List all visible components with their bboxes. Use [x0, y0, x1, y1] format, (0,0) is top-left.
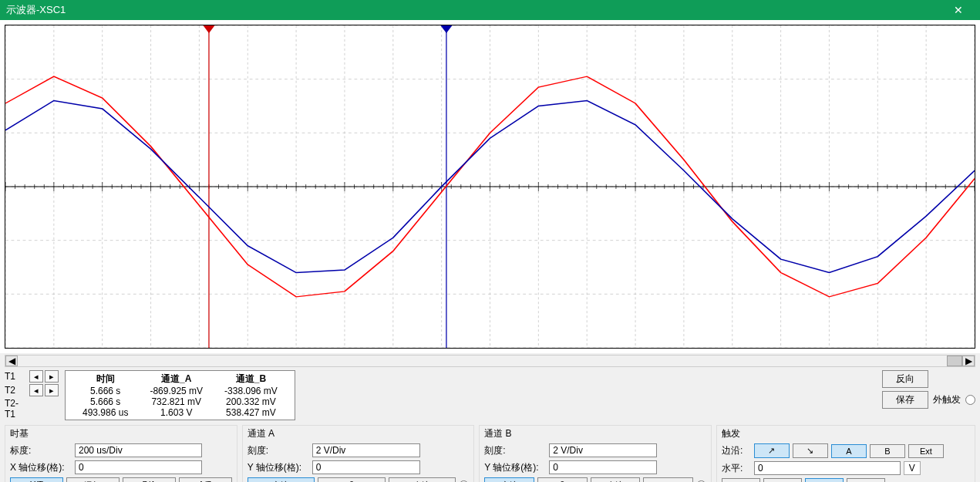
edge-a-button[interactable]: A: [831, 444, 867, 458]
timebase-title: 时基: [10, 427, 232, 440]
window-title: 示波器-XSC1: [6, 0, 66, 20]
level-label: 水平:: [722, 462, 751, 475]
plot-container: [0, 20, 980, 353]
header-cha: 通道_A: [139, 372, 214, 386]
edge-label: 边沿:: [722, 444, 751, 457]
cha-yoff-input[interactable]: [312, 460, 420, 474]
oscilloscope-display[interactable]: [5, 25, 975, 349]
chb-dc-button[interactable]: 直流: [591, 477, 641, 482]
timebase-xoff-label: X 轴位移(格):: [10, 461, 72, 474]
t1-cha: -869.925 mV: [139, 386, 214, 396]
cha-zero-button[interactable]: 0: [318, 477, 386, 482]
save-button[interactable]: 保存: [882, 391, 928, 409]
t2-time: 5.666 s: [72, 396, 139, 407]
mode-ab-button[interactable]: A/B: [179, 477, 232, 482]
edge-rise-button[interactable]: ↗: [754, 443, 790, 458]
cha-title: 通道 A: [248, 427, 470, 440]
t2-label: T2: [5, 385, 28, 396]
svg-marker-133: [440, 25, 452, 33]
control-panels: 时基 标度: X 轴位移(格): Y/T 添加 B/A A/B 通道 A 刻度:…: [0, 423, 980, 482]
chb-ac-button[interactable]: 交流: [484, 477, 534, 482]
t1-time: 5.666 s: [72, 386, 139, 396]
cha-dc-button[interactable]: 直流: [389, 477, 456, 482]
chb-scale-input[interactable]: [549, 443, 657, 457]
timebase-scale-label: 标度:: [10, 444, 72, 457]
dt-label: T2-T1: [5, 398, 28, 420]
cha-scale-label: 刻度:: [248, 444, 309, 457]
timebase-scale-input[interactable]: [75, 443, 202, 457]
scroll-track[interactable]: [18, 356, 962, 366]
side-buttons: 反向 保存 外触发: [882, 370, 975, 409]
trigger-panel: 触发 边沿: ↗ ↘ A B Ext 水平: V 单次 正常 自动 无: [716, 425, 975, 482]
svg-marker-131: [203, 25, 214, 33]
cha-scale-input[interactable]: [312, 443, 420, 457]
trigger-title: 触发: [722, 427, 970, 440]
ext-trigger-radio[interactable]: [965, 395, 975, 405]
t2-right-button[interactable]: ▸: [45, 384, 59, 396]
close-button[interactable]: ✕: [943, 0, 974, 20]
readout-table: 时间 通道_A 通道_B 5.666 s -869.925 mV -338.09…: [65, 370, 295, 420]
scroll-right-button[interactable]: ▶: [962, 356, 975, 366]
mode-add-button[interactable]: 添加: [66, 477, 120, 482]
dt-chb: 538.427 mV: [214, 407, 288, 418]
header-chb: 通道_B: [214, 372, 288, 386]
timebase-panel: 时基 标度: X 轴位移(格): Y/T 添加 B/A A/B: [5, 425, 237, 482]
dt-time: 493.986 us: [72, 407, 139, 418]
dt-cha: 1.603 V: [139, 407, 214, 418]
t1-chb: -338.096 mV: [214, 386, 288, 396]
trig-single-button[interactable]: 单次: [722, 478, 760, 482]
t1-left-button[interactable]: ◂: [29, 370, 43, 383]
chb-yoff-label: Y 轴位移(格):: [484, 461, 546, 474]
trig-normal-button[interactable]: 正常: [763, 478, 802, 482]
t1-label: T1: [5, 371, 28, 382]
t1-right-button[interactable]: ▸: [45, 370, 59, 383]
channel-b-panel: 通道 B 刻度: Y 轴位移(格): 交流 0 直流 -: [479, 425, 712, 482]
chb-invert-button[interactable]: -: [643, 477, 693, 482]
mode-ba-button[interactable]: B/A: [123, 477, 176, 482]
scroll-left-button[interactable]: ◀: [5, 356, 18, 366]
level-unit-select[interactable]: V: [904, 461, 921, 475]
trig-auto-button[interactable]: 自动: [805, 478, 844, 482]
ext-trigger-label: 外触发: [933, 393, 961, 406]
readout-row: T1 ◂ ▸ T2 ◂ ▸ T2-T1 时间 通道_A 通道_B 5.666 s…: [0, 367, 980, 423]
level-input[interactable]: [754, 461, 901, 475]
edge-ext-button[interactable]: Ext: [908, 444, 944, 458]
cha-ac-button[interactable]: 交流: [248, 477, 315, 482]
title-bar: 示波器-XSC1 ✕: [0, 0, 980, 20]
t2-cha: 732.821 mV: [139, 396, 214, 407]
chb-scale-label: 刻度:: [484, 444, 546, 457]
horizontal-scrollbar[interactable]: ◀ ▶: [5, 355, 975, 367]
t2-left-button[interactable]: ◂: [29, 384, 43, 396]
edge-fall-button[interactable]: ↘: [793, 443, 828, 458]
channel-a-panel: 通道 A 刻度: Y 轴位移(格): 交流 0 直流: [242, 425, 475, 482]
timebase-xoff-input[interactable]: [75, 460, 202, 474]
mode-yt-button[interactable]: Y/T: [10, 477, 63, 482]
chb-title: 通道 B: [484, 427, 706, 440]
cursor-controls: T1 ◂ ▸ T2 ◂ ▸ T2-T1: [5, 370, 59, 420]
trig-none-button[interactable]: 无: [847, 478, 885, 482]
reverse-button[interactable]: 反向: [882, 370, 928, 388]
header-time: 时间: [72, 372, 139, 386]
scope-grid: [5, 25, 975, 348]
cha-yoff-label: Y 轴位移(格):: [248, 461, 309, 474]
chb-zero-button[interactable]: 0: [537, 477, 588, 482]
chb-yoff-input[interactable]: [549, 460, 657, 474]
edge-b-button[interactable]: B: [870, 444, 905, 458]
scroll-thumb[interactable]: [947, 356, 962, 366]
t2-chb: 200.332 mV: [214, 396, 288, 407]
